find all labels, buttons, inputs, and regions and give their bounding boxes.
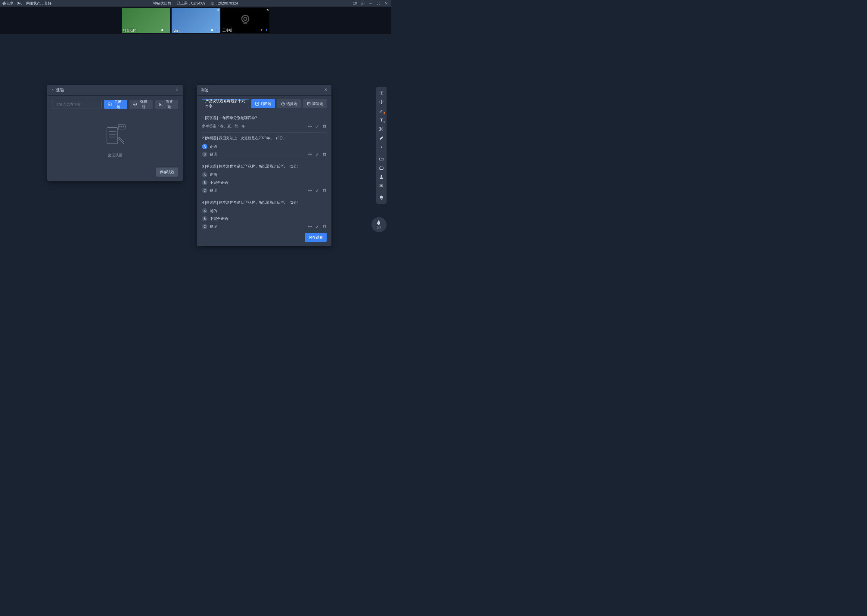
close-window-icon[interactable] xyxy=(383,1,389,6)
save-exam-button[interactable]: 保存试卷 xyxy=(156,168,178,176)
settings-icon[interactable] xyxy=(360,1,366,6)
exam-name-input[interactable] xyxy=(52,100,102,109)
svg-point-35 xyxy=(381,93,382,94)
edit-icon[interactable] xyxy=(315,124,319,129)
svg-point-9 xyxy=(242,15,249,22)
camera-toggle-icon[interactable] xyxy=(352,1,358,6)
delete-icon[interactable] xyxy=(322,188,326,193)
user-icon[interactable] xyxy=(376,172,386,181)
edit-icon[interactable] xyxy=(315,152,319,156)
delete-icon[interactable] xyxy=(322,124,326,129)
question-option[interactable]: B不完全正确 xyxy=(202,216,228,222)
bell-icon[interactable] xyxy=(376,193,386,202)
choice-button[interactable]: 选择题 xyxy=(277,99,301,108)
save-exam-button[interactable]: 保存试卷 xyxy=(305,233,326,242)
close-icon[interactable] xyxy=(324,88,328,93)
option-badge: B xyxy=(202,152,207,157)
question-title: 4 [多选题] 施华洛世奇是反华品牌，所以梁鼎琪反华。（2分） xyxy=(202,200,326,205)
svg-point-44 xyxy=(381,185,381,185)
question-option[interactable]: C错误 xyxy=(202,188,217,193)
back-icon[interactable] xyxy=(51,88,55,92)
edit-icon[interactable] xyxy=(315,225,319,229)
edit-icon[interactable] xyxy=(315,188,319,193)
true-false-button[interactable]: 判断题 xyxy=(251,99,275,108)
text-icon[interactable] xyxy=(376,115,386,124)
empty-caption: 暂无试题 xyxy=(108,153,122,158)
tile-close-icon[interactable]: × xyxy=(267,8,269,12)
status-bar: 丢包率：0% 网络状态：良好 神秘大自然 已上课：02:34:09 ID：202… xyxy=(0,0,391,6)
question-option[interactable]: A正确 xyxy=(202,172,217,178)
svg-rect-30 xyxy=(255,102,259,105)
svg-point-25 xyxy=(120,126,120,127)
option-text: 不完全正确 xyxy=(210,180,228,185)
true-false-button[interactable]: 判断题 xyxy=(104,100,127,109)
question-option[interactable]: A正确 xyxy=(202,144,217,149)
empty-state: 暂无试题 xyxy=(52,113,178,161)
cursor-click-icon[interactable] xyxy=(376,88,386,97)
question-title: 3 [单选题] 施华洛世奇是反华品牌，所以梁鼎琪反华。（2分） xyxy=(202,164,326,169)
delete-icon[interactable] xyxy=(322,152,326,156)
question-option[interactable]: B不完全正确 xyxy=(202,180,228,185)
toolbox-icon[interactable] xyxy=(376,163,386,172)
pen-icon[interactable] xyxy=(376,107,386,115)
participant-name: 王小明 xyxy=(222,28,232,33)
quiz-panel-empty: 测验 判断题 选择题 简答题 xyxy=(47,85,183,181)
empty-illustration-icon xyxy=(101,122,129,149)
video-tile-student[interactable]: × Nina xyxy=(172,8,220,33)
svg-point-37 xyxy=(380,130,381,131)
svg-rect-0 xyxy=(353,2,356,5)
camera-on-icon xyxy=(161,28,164,32)
dim-icon[interactable] xyxy=(376,143,386,152)
exam-name-input[interactable]: 产品说试卷名称最多十六个字 xyxy=(202,99,249,108)
eraser-icon[interactable] xyxy=(376,134,386,143)
question-actions xyxy=(308,152,326,156)
svg-point-36 xyxy=(380,127,381,129)
option-badge: B xyxy=(202,216,207,222)
move-icon[interactable] xyxy=(308,152,312,156)
svg-rect-6 xyxy=(167,29,167,31)
option-badge: A xyxy=(202,172,207,178)
question-list[interactable]: 1 [简答题] 一年四季分别是哪四季?参考答案：春、夏、秋、冬 2 [判断题] … xyxy=(202,113,331,230)
question-option[interactable]: C错误 xyxy=(202,224,217,229)
move-icon[interactable] xyxy=(308,124,312,129)
hand-raise-button[interactable]: 0/2 xyxy=(372,217,386,232)
svg-point-10 xyxy=(244,17,247,20)
short-answer-button[interactable]: 简答题 xyxy=(303,99,326,108)
scissors-icon[interactable] xyxy=(376,124,386,134)
video-tile-student[interactable]: × 王小明 xyxy=(221,8,270,33)
svg-point-7 xyxy=(211,29,213,31)
video-tile-teacher[interactable]: 叮当老师 xyxy=(122,8,170,33)
move-icon[interactable] xyxy=(308,225,312,229)
move-icon[interactable] xyxy=(308,188,312,193)
fullscreen-icon[interactable] xyxy=(376,1,381,6)
minimize-icon[interactable] xyxy=(368,1,373,6)
question-option[interactable]: A是的 xyxy=(202,208,217,214)
move-icon[interactable] xyxy=(376,97,386,107)
svg-rect-13 xyxy=(266,29,267,31)
panel-title: 测验 xyxy=(56,88,64,93)
svg-point-43 xyxy=(380,185,381,185)
delete-icon[interactable] xyxy=(322,225,326,229)
mic-on-icon xyxy=(165,28,169,32)
question-item: 4 [多选题] 施华洛世奇是反华品牌，所以梁鼎琪反华。（2分）A是的B不完全正确… xyxy=(202,197,326,230)
svg-point-27 xyxy=(123,126,124,127)
close-icon[interactable] xyxy=(175,88,179,93)
short-answer-button[interactable]: 简答题 xyxy=(155,100,178,109)
camera-on-icon xyxy=(210,28,214,32)
svg-point-31 xyxy=(282,102,285,105)
reference-answer: 参考答案：春、夏、秋、冬 xyxy=(202,124,245,129)
option-badge: A xyxy=(202,144,207,149)
question-option[interactable]: B错误 xyxy=(202,152,217,157)
option-badge: B xyxy=(202,180,207,185)
tile-close-icon[interactable]: × xyxy=(217,8,219,12)
chat-icon[interactable] xyxy=(376,181,386,190)
folder-icon[interactable] xyxy=(376,154,386,163)
option-text: 错误 xyxy=(210,188,217,193)
choice-button[interactable]: 选择题 xyxy=(129,100,152,109)
network-status: 网络状态：良好 xyxy=(26,1,52,6)
camera-off-icon xyxy=(239,14,251,27)
question-item: 3 [单选题] 施华洛世奇是反华品牌，所以梁鼎琪反华。（2分）A正确B不完全正确… xyxy=(202,161,326,197)
svg-point-40 xyxy=(381,146,382,148)
option-text: 错误 xyxy=(210,224,217,229)
question-item: 1 [简答题] 一年四季分别是哪四季?参考答案：春、夏、秋、冬 xyxy=(202,113,326,133)
